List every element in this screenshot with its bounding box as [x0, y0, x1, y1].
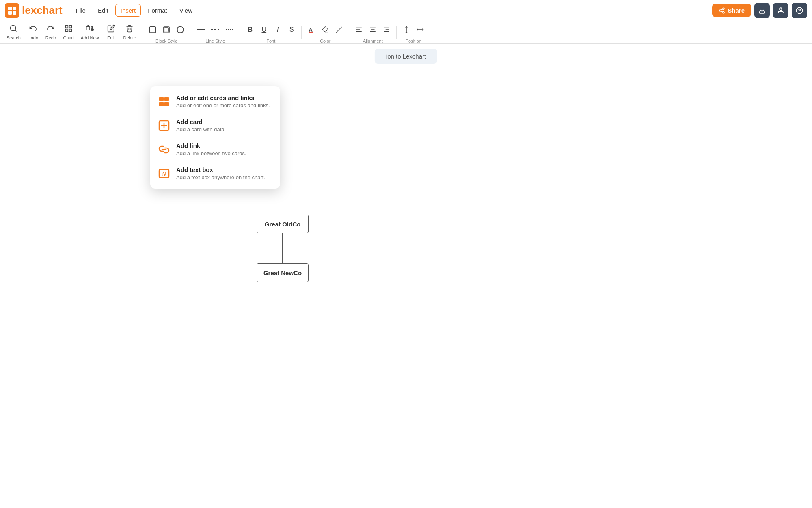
- add-card-desc: Add a card with data.: [176, 126, 226, 132]
- canvas-area[interactable]: ion to Lexchart Great OldCo Great NewCo …: [0, 44, 812, 508]
- add-new-button[interactable]: Add New: [78, 23, 102, 42]
- line-solid[interactable]: [194, 22, 207, 38]
- delete-icon: [125, 24, 134, 35]
- svg-rect-44: [159, 102, 164, 106]
- svg-point-10: [780, 8, 782, 10]
- search-icon: [9, 24, 17, 35]
- font-group: B U I S Font: [244, 22, 298, 43]
- font-italic[interactable]: I: [271, 22, 284, 38]
- undo-label: Undo: [28, 35, 38, 40]
- toolbar: Search Undo Redo: [0, 21, 812, 44]
- redo-label: Redo: [45, 35, 56, 40]
- svg-rect-17: [65, 29, 68, 32]
- add-textbox-icon: A: [158, 167, 171, 180]
- nav-format[interactable]: Format: [143, 4, 173, 17]
- svg-rect-0: [8, 7, 12, 10]
- line-dashed[interactable]: [208, 22, 222, 38]
- block-style-rounded[interactable]: [174, 22, 187, 38]
- add-link-desc: Add a link between two cards.: [176, 150, 246, 156]
- download-button[interactable]: [754, 3, 770, 18]
- fill-color[interactable]: [319, 22, 332, 38]
- help-button[interactable]: [792, 3, 807, 18]
- nav-right: Share: [712, 3, 807, 18]
- logo-icon: [5, 3, 19, 18]
- dropdown-item-add-or-edit[interactable]: Add or edit cards and links Add or edit …: [150, 89, 280, 113]
- redo-icon: [47, 24, 55, 35]
- edit-button[interactable]: Edit: [102, 23, 120, 42]
- chart-button[interactable]: Chart: [60, 23, 78, 42]
- share-button[interactable]: Share: [712, 4, 751, 17]
- svg-point-4: [723, 8, 724, 9]
- line-color[interactable]: [333, 22, 346, 38]
- add-card-title: Add card: [176, 118, 226, 125]
- delete-button[interactable]: Delete: [120, 23, 140, 42]
- color-label: Color: [320, 39, 330, 43]
- svg-point-6: [723, 11, 724, 13]
- alignment-group: Alignment: [352, 22, 393, 43]
- align-right[interactable]: [380, 22, 393, 38]
- svg-rect-42: [159, 97, 164, 101]
- svg-rect-18: [69, 29, 72, 32]
- svg-rect-21: [150, 26, 155, 32]
- nav-insert[interactable]: Insert: [115, 4, 141, 17]
- line-style-group: Line Style: [194, 22, 237, 43]
- undo-icon: [29, 24, 37, 35]
- toolbar-left-group: Search Undo Redo: [3, 23, 139, 42]
- svg-rect-24: [177, 26, 183, 32]
- welcome-banner: ion to Lexchart: [375, 49, 437, 64]
- dropdown-item-add-link[interactable]: Add link Add a link between two cards.: [150, 137, 280, 161]
- nav-file[interactable]: File: [71, 4, 91, 17]
- add-or-edit-title: Add or edit cards and links: [176, 94, 270, 101]
- add-card-icon: [158, 119, 171, 132]
- node-label-newco: Great NewCo: [263, 269, 302, 276]
- divider-6: [396, 26, 397, 39]
- redo-button[interactable]: Redo: [42, 23, 60, 42]
- position-horizontal[interactable]: [414, 22, 427, 38]
- search-button[interactable]: Search: [3, 23, 24, 42]
- undo-button[interactable]: Undo: [24, 23, 42, 42]
- add-or-edit-desc: Add or edit one or more cards and links.: [176, 102, 270, 109]
- font-label: Font: [266, 39, 275, 43]
- block-style-double[interactable]: [160, 22, 173, 38]
- position-vertical[interactable]: [400, 22, 413, 38]
- node-great-newco[interactable]: Great NewCo: [257, 263, 309, 282]
- edit-icon: [107, 24, 115, 35]
- svg-point-5: [719, 10, 721, 11]
- svg-line-14: [15, 30, 17, 32]
- share-label: Share: [728, 7, 745, 14]
- svg-rect-45: [164, 102, 169, 106]
- edit-label: Edit: [107, 35, 115, 40]
- node-great-oldco[interactable]: Great OldCo: [257, 215, 309, 233]
- align-left[interactable]: [352, 22, 365, 38]
- logo: lexchart: [5, 3, 63, 18]
- add-textbox-text: Add text box Add a text box anywhere on …: [176, 166, 265, 180]
- add-card-text: Add card Add a card with data.: [176, 118, 226, 132]
- divider-1: [143, 26, 143, 39]
- nav-edit[interactable]: Edit: [93, 4, 114, 17]
- font-strikethrough[interactable]: S: [285, 22, 298, 38]
- svg-line-8: [721, 9, 723, 10]
- text-color[interactable]: A: [305, 22, 318, 38]
- dropdown-item-add-card[interactable]: Add card Add a card with data.: [150, 113, 280, 137]
- add-textbox-title: Add text box: [176, 166, 265, 173]
- block-style-solid[interactable]: [146, 22, 159, 38]
- svg-rect-23: [164, 27, 169, 32]
- dropdown-item-add-textbox[interactable]: A Add text box Add a text box anywhere o…: [150, 161, 280, 185]
- add-or-edit-icon: [158, 95, 171, 108]
- svg-rect-15: [65, 26, 68, 28]
- divider-5: [349, 26, 349, 39]
- profile-button[interactable]: [773, 3, 788, 18]
- chart-icon: [65, 24, 73, 35]
- block-style-group: Block Style: [146, 22, 187, 43]
- svg-text:A: A: [309, 26, 313, 33]
- font-bold[interactable]: B: [244, 22, 257, 38]
- alignment-label: Alignment: [363, 39, 383, 43]
- align-center[interactable]: [366, 22, 379, 38]
- welcome-text: ion to Lexchart: [386, 53, 426, 60]
- add-new-label: Add New: [81, 35, 99, 40]
- line-dotted[interactable]: [223, 22, 237, 38]
- font-underline[interactable]: U: [257, 22, 270, 38]
- position-group: Position: [400, 22, 427, 43]
- nav-view[interactable]: View: [174, 4, 198, 17]
- svg-line-7: [721, 11, 723, 12]
